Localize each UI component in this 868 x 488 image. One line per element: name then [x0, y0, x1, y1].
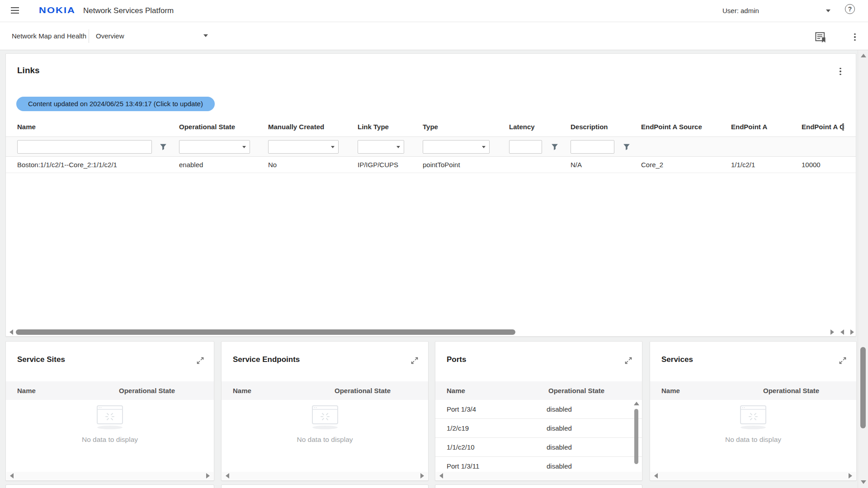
page-scrollbar-thumb[interactable]: [860, 347, 866, 428]
column-header-latency[interactable]: Latency: [509, 117, 535, 137]
port-name: 1/2/c19: [447, 419, 469, 438]
expand-icon[interactable]: [838, 356, 847, 365]
cell-description: N/A: [571, 157, 582, 173]
pager-prev-icon[interactable]: [654, 473, 658, 479]
toolbar-divider: [89, 29, 89, 43]
no-data-text: No data to display: [6, 436, 214, 444]
card-title: Ports: [447, 355, 466, 364]
column-header-manually-created[interactable]: Manually Created: [268, 117, 324, 137]
cell-operational-state: enabled: [179, 157, 203, 173]
toolbar-kebab-menu-icon[interactable]: [851, 32, 859, 42]
column-header-endpoint-a[interactable]: EndPoint A: [731, 117, 767, 137]
filter-select-link-type[interactable]: [358, 140, 404, 154]
column-header-endpoint-a-source[interactable]: EndPoint A Source: [641, 117, 702, 137]
view-selector-value: Overview: [96, 32, 124, 40]
column-header-operational-state[interactable]: Operational State: [179, 117, 235, 137]
filter-select-type[interactable]: [423, 140, 490, 154]
cell-name: Boston:1/1/c2/1--Core_2:1/1/c2/1: [17, 157, 117, 173]
pager-next-icon[interactable]: [850, 329, 854, 335]
card-title: Service Endpoints: [233, 355, 300, 364]
column-header-type[interactable]: Type: [423, 117, 438, 137]
table-columns-kebab-icon[interactable]: [840, 122, 847, 132]
next-widget-sliver: [5, 484, 214, 488]
chevron-down-icon: [203, 34, 208, 37]
filter-funnel-icon[interactable]: [551, 143, 558, 150]
pager-next-icon[interactable]: [849, 473, 852, 479]
card-col-name: Name: [233, 381, 251, 400]
scroll-up-icon[interactable]: [861, 54, 866, 57]
app-title: Network Services Platform: [83, 6, 174, 15]
card-col-state: Operational State: [119, 381, 175, 400]
next-widget-sliver: [435, 484, 642, 488]
breadcrumb: Network Map and Health: [12, 32, 86, 40]
links-kebab-menu-icon[interactable]: [837, 66, 844, 76]
no-data-icon: [309, 405, 341, 430]
port-state: disabled: [547, 419, 572, 438]
filter-select-operational-state[interactable]: [179, 140, 250, 154]
expand-icon[interactable]: [410, 356, 419, 365]
filter-input-latency[interactable]: [509, 140, 542, 154]
ports-card: Ports Name Operational State Port 1/3/4 …: [435, 341, 642, 481]
column-header-link-type[interactable]: Link Type: [358, 117, 389, 137]
services-card: Services Name Operational State No data …: [650, 341, 857, 481]
pager-prev-icon[interactable]: [840, 329, 844, 335]
no-data-text: No data to display: [650, 436, 856, 444]
next-widget-sliver: [221, 484, 429, 488]
card-col-state: Operational State: [335, 381, 391, 400]
empty-state: No data to display: [222, 405, 428, 444]
horizontal-scrollbar-thumb[interactable]: [16, 329, 515, 335]
pager-next-icon[interactable]: [206, 473, 210, 479]
card-title: Services: [661, 355, 693, 364]
column-header-name[interactable]: Name: [17, 117, 36, 137]
pager-prev-icon[interactable]: [439, 473, 443, 479]
card-col-name: Name: [447, 381, 465, 400]
card-scrollbar: [436, 472, 642, 480]
user-menu-label[interactable]: User: admin: [722, 7, 759, 14]
help-icon[interactable]: ?: [845, 4, 855, 14]
links-panel-title: Links: [17, 66, 40, 75]
cell-manually-created: No: [268, 157, 277, 173]
scroll-down-icon[interactable]: [861, 480, 866, 484]
cell-endpoint-a-source: Core_2: [641, 157, 663, 173]
filter-funnel-icon[interactable]: [623, 143, 630, 150]
service-sites-card: Service Sites Name Operational State No …: [5, 341, 214, 481]
scroll-right-icon[interactable]: [830, 329, 834, 335]
scroll-up-icon[interactable]: [634, 402, 639, 405]
expand-icon[interactable]: [196, 356, 205, 365]
view-selector[interactable]: Overview: [96, 32, 208, 40]
filter-select-manually-created[interactable]: [268, 140, 339, 154]
filter-input-name[interactable]: [17, 140, 152, 154]
links-table-header-row: Name Operational State Manually Created …: [6, 117, 856, 137]
column-header-description[interactable]: Description: [571, 117, 608, 137]
column-header-endpoint-a-c[interactable]: EndPoint A C: [802, 117, 844, 137]
list-item[interactable]: Port 1/3/11 disabled: [435, 457, 642, 473]
report-panel-icon[interactable]: [815, 31, 826, 43]
no-data-icon: [94, 405, 126, 430]
page-vertical-scrollbar[interactable]: [858, 50, 868, 488]
expand-icon[interactable]: [624, 356, 633, 365]
list-item[interactable]: Port 1/3/4 disabled: [435, 400, 642, 419]
content-updated-chip[interactable]: Content updated on 2024/06/25 13:49:17 (…: [16, 97, 215, 111]
list-item[interactable]: 1/2/c19 disabled: [435, 419, 642, 438]
filter-funnel-icon[interactable]: [160, 143, 167, 150]
vertical-scrollbar-thumb[interactable]: [634, 409, 638, 464]
ports-vertical-scrollbar[interactable]: [633, 402, 640, 479]
cell-link-type: IP/IGP/CUPS: [358, 157, 398, 173]
cell-type: pointToPoint: [423, 157, 460, 173]
card-header-row: Name Operational State: [650, 381, 856, 400]
page-toolbar: Network Map and Health Overview: [0, 22, 868, 50]
links-horizontal-scrollbar[interactable]: [6, 328, 856, 337]
pager-prev-icon[interactable]: [10, 473, 14, 479]
list-item[interactable]: 1/1/c2/10 disabled: [435, 438, 642, 457]
scroll-left-icon[interactable]: [9, 329, 13, 335]
empty-state: No data to display: [6, 405, 214, 444]
port-state: disabled: [547, 438, 572, 457]
pager-prev-icon[interactable]: [226, 473, 229, 479]
cell-endpoint-a-c: 10000: [802, 157, 821, 173]
table-row[interactable]: Boston:1/1/c2/1--Core_2:1/1/c2/1 enabled…: [6, 157, 856, 173]
filter-input-description[interactable]: [571, 140, 614, 154]
hamburger-menu-icon[interactable]: [11, 7, 19, 14]
user-menu-caret-icon[interactable]: [826, 9, 830, 12]
pager-next-icon[interactable]: [420, 473, 424, 479]
cell-endpoint-a: 1/1/c2/1: [731, 157, 755, 173]
